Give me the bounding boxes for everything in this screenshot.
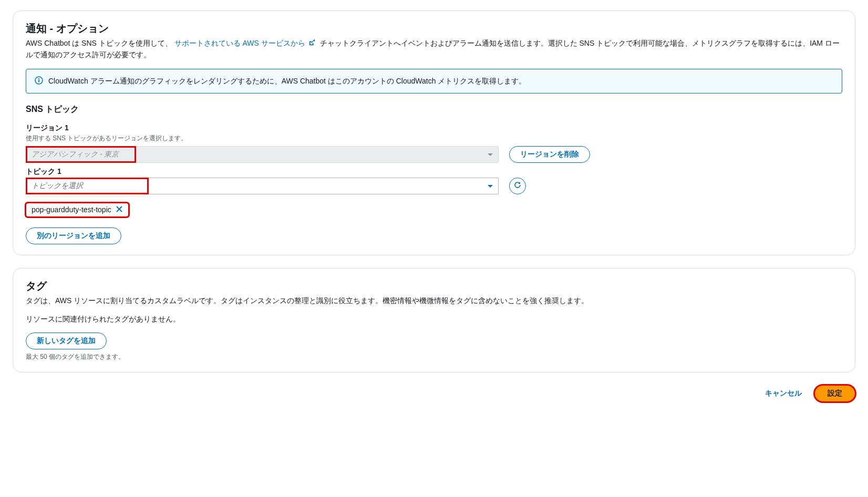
add-tag-button[interactable]: 新しいタグを追加 [26, 333, 107, 349]
svg-rect-2 [38, 78, 39, 79]
close-icon [116, 205, 123, 214]
tags-empty-message: リソースに関連付けられたタグがありません。 [26, 315, 842, 324]
sns-topics-heading: SNS トピック [26, 104, 842, 115]
refresh-button[interactable] [509, 178, 526, 194]
delete-region-button[interactable]: リージョンを削除 [509, 146, 590, 163]
tags-description: タグは、AWS リソースに割り当てるカスタムラベルです。タグはインスタンスの整理… [26, 295, 842, 306]
tags-limit-message: 最大 50 個のタグを追加できます。 [26, 353, 842, 361]
cloudwatch-info-box: CloudWatch アラーム通知のグラフィックをレンダリングするために、AWS… [26, 69, 842, 94]
topic-field: トピック 1 トピックを選択 [26, 167, 842, 194]
topic-select[interactable]: トピックを選択 [26, 178, 499, 194]
svg-rect-1 [38, 79, 39, 82]
submit-button[interactable]: 設定 [814, 385, 855, 402]
footer-actions: キャンセル 設定 [13, 385, 855, 402]
refresh-icon [513, 181, 522, 191]
notifications-panel: 通知 - オプション AWS Chatbot は SNS トピックを使用して、 … [13, 11, 855, 255]
notifications-description: AWS Chatbot は SNS トピックを使用して、 サポートされている A… [26, 38, 842, 60]
region-label: リージョン 1 [26, 123, 842, 133]
supported-services-link[interactable]: サポートされている AWS サービスから [174, 39, 305, 47]
remove-topic-button[interactable] [116, 205, 123, 214]
tags-title: タグ [26, 279, 842, 293]
region-hint: 使用する SNS トピックがあるリージョンを選択します。 [26, 134, 842, 143]
region-field: リージョン 1 使用する SNS トピックがあるリージョンを選択します。 アジア… [26, 123, 842, 163]
topic-label: トピック 1 [26, 167, 842, 177]
topic-select-wrapper: トピックを選択 [26, 178, 499, 194]
region-select-wrapper: アジアパシフィック - 東京 [26, 146, 499, 163]
add-region-button[interactable]: 別のリージョンを追加 [26, 227, 121, 244]
info-text: CloudWatch アラーム通知のグラフィックをレンダリングするために、AWS… [48, 76, 526, 87]
chip-label: pop-guardduty-test-topic [32, 205, 111, 214]
region-select[interactable]: アジアパシフィック - 東京 [26, 146, 499, 163]
info-icon [35, 76, 43, 86]
tags-panel: タグ タグは、AWS リソースに割り当てるカスタムラベルです。タグはインスタンス… [13, 268, 855, 372]
cancel-button[interactable]: キャンセル [759, 386, 808, 401]
external-link-icon [308, 38, 316, 49]
selected-topic-chip: pop-guardduty-test-topic [26, 203, 129, 217]
notifications-title: 通知 - オプション [26, 22, 842, 36]
selected-topic-chip-wrapper: pop-guardduty-test-topic [26, 199, 129, 227]
